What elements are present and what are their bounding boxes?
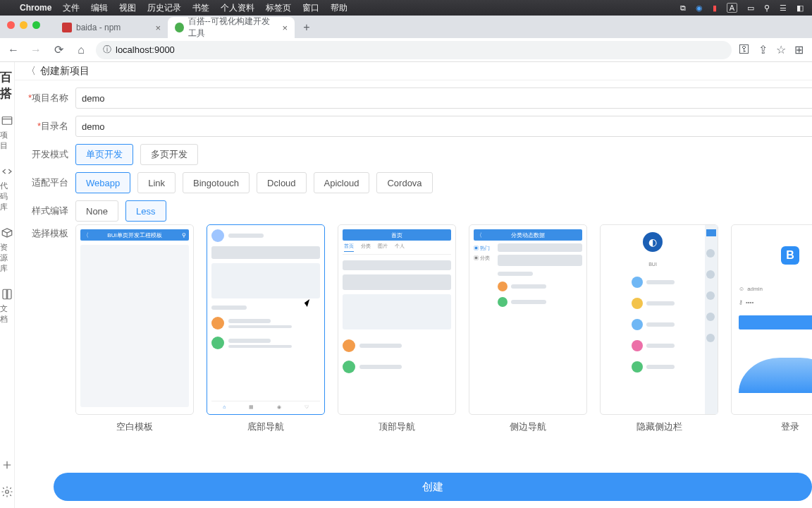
template-login[interactable]: B ☺admin ⚷•••• 登录 <box>731 224 812 433</box>
template-top-nav[interactable]: 首页 首页分类图片个人 顶部导航 <box>338 224 456 433</box>
platform-cordova[interactable]: Cordova <box>376 172 432 193</box>
menu-profile[interactable]: 个人资料 <box>221 2 254 14</box>
app-name[interactable]: Chrome <box>20 3 51 13</box>
close-window-icon[interactable] <box>7 21 15 29</box>
window-controls[interactable] <box>7 21 40 29</box>
code-icon <box>0 165 14 178</box>
mode-label: 开发模式 <box>26 148 68 161</box>
template-bottom-nav[interactable]: ⌂▦◉♡ 底部导航 <box>207 224 325 433</box>
sidebar-label: 项目 <box>0 130 14 151</box>
project-name-input[interactable] <box>75 87 812 109</box>
tab-title: baida - npm <box>76 23 121 32</box>
platform-webapp[interactable]: Webapp <box>75 172 130 193</box>
style-less[interactable]: Less <box>125 200 166 222</box>
status-icon[interactable]: ◉ <box>696 4 703 13</box>
menu-edit[interactable]: 编辑 <box>91 2 108 14</box>
address-bar[interactable]: ⓘ localhost:9000 <box>96 41 732 59</box>
star-icon[interactable]: ☆ <box>776 43 786 56</box>
url-text: localhost:9000 <box>116 44 175 55</box>
extensions-icon[interactable]: ⊞ <box>794 43 804 56</box>
platform-link[interactable]: Link <box>137 172 176 193</box>
platform-apicloud[interactable]: Apicloud <box>314 172 370 193</box>
sidebar-add-button[interactable] <box>0 452 14 478</box>
close-tab-icon[interactable]: × <box>155 23 161 33</box>
browser-toolbar: ← → ⟳ ⌂ ⓘ localhost:9000 ⚿ ⇪ ☆ ⊞ <box>0 38 812 62</box>
template-name: 底部导航 <box>247 421 284 433</box>
menu-history[interactable]: 历史记录 <box>147 2 181 14</box>
browser-tab-baida[interactable]: 百搭--可视化构建开发工具 × <box>168 17 295 38</box>
search-icon[interactable]: ⚲ <box>764 4 770 13</box>
sidebar-label: 资源库 <box>0 242 14 274</box>
sidebar-label: 代码库 <box>0 181 14 212</box>
menu-help[interactable]: 帮助 <box>331 2 347 14</box>
page-header: 〈 创建新项目 <box>15 62 812 80</box>
npm-favicon <box>62 23 72 32</box>
template-scroll[interactable]: 〈BUI单页开发工程模板⚲ 空白模板 ⌂▦◉♡ <box>75 224 812 433</box>
name-label: *项目名称 <box>26 92 68 104</box>
home-button[interactable]: ⌂ <box>73 42 89 58</box>
tab-title: 百搭--可视化构建开发工具 <box>188 16 278 40</box>
create-button[interactable]: 创建 <box>54 473 812 501</box>
sidebar-settings-button[interactable] <box>0 478 14 508</box>
input-icon[interactable]: A <box>727 3 737 13</box>
template-name: 顶部导航 <box>379 421 415 433</box>
tray-icon[interactable]: ◧ <box>796 4 804 13</box>
browser-tabbar: baida - npm × 百搭--可视化构建开发工具 × + <box>0 16 812 38</box>
app-sidebar: 百搭 项目 代码库 资源库 文档 <box>0 62 15 508</box>
share-icon[interactable]: ⇪ <box>758 43 768 56</box>
page-title: 创建新项目 <box>40 65 90 78</box>
key-icon[interactable]: ⚿ <box>739 43 750 56</box>
back-icon[interactable]: 〈 <box>26 65 36 78</box>
platform-dcloud[interactable]: Dcloud <box>257 172 306 193</box>
sidebar-item-assets[interactable]: 资源库 <box>0 219 14 281</box>
template-hidden-side[interactable]: ◐ BUI <box>600 224 718 433</box>
control-center-icon[interactable]: ☰ <box>780 4 787 13</box>
app-brand: 百搭 <box>0 66 14 107</box>
menu-file[interactable]: 文件 <box>63 2 80 14</box>
style-label: 样式编译 <box>26 205 68 217</box>
macos-menubar: Chrome 文件 编辑 视图 历史记录 书签 个人资料 标签页 窗口 帮助 ⧉… <box>0 0 812 16</box>
dir-name-input[interactable] <box>75 116 812 137</box>
style-none[interactable]: None <box>75 200 118 222</box>
sidebar-label: 文档 <box>0 303 14 325</box>
sidebar-item-code[interactable]: 代码库 <box>0 158 14 219</box>
mode-single[interactable]: 单页开发 <box>75 144 133 165</box>
menu-tabs[interactable]: 标签页 <box>266 2 291 14</box>
new-tab-button[interactable]: + <box>297 18 316 37</box>
template-name: 侧边导航 <box>510 421 546 433</box>
main-panel: 〈 创建新项目 *项目名称 *目录名 开发模式 单页开发 多页开发 适配平台 <box>15 62 812 508</box>
svg-point-1 <box>6 490 9 494</box>
browser-tab-npm[interactable]: baida - npm × <box>55 17 168 38</box>
minimize-window-icon[interactable] <box>20 21 27 29</box>
projects-icon <box>0 114 14 127</box>
template-blank[interactable]: 〈BUI单页开发工程模板⚲ 空白模板 <box>75 224 194 433</box>
template-name: 隐藏侧边栏 <box>636 421 682 433</box>
svg-rect-0 <box>2 117 12 125</box>
dir-label: *目录名 <box>26 120 68 133</box>
platform-bingotouch[interactable]: Bingotouch <box>183 172 250 193</box>
mode-multi[interactable]: 多页开发 <box>140 144 198 165</box>
menu-view[interactable]: 视图 <box>119 2 136 14</box>
forward-button[interactable]: → <box>28 42 44 58</box>
baida-favicon <box>175 23 184 32</box>
template-name: 登录 <box>781 421 799 433</box>
plus-icon <box>0 459 14 471</box>
close-tab-icon[interactable]: × <box>282 23 288 33</box>
template-name: 空白模板 <box>116 421 153 433</box>
battery-icon[interactable]: ▭ <box>747 4 754 13</box>
book-icon <box>0 288 14 301</box>
status-icon-2[interactable]: ▮ <box>713 4 717 13</box>
template-label: 选择模板 <box>26 224 68 240</box>
screenrec-icon[interactable]: ⧉ <box>680 4 686 13</box>
site-info-icon[interactable]: ⓘ <box>103 44 111 56</box>
box-icon <box>0 226 14 239</box>
template-side-nav[interactable]: 〈分类动态数据 ▣ 热门 ▣ 分类 <box>469 224 587 433</box>
sidebar-item-projects[interactable]: 项目 <box>0 107 14 158</box>
back-button[interactable]: ← <box>6 42 21 58</box>
zoom-window-icon[interactable] <box>32 21 40 29</box>
menu-window[interactable]: 窗口 <box>302 2 319 14</box>
reload-button[interactable]: ⟳ <box>51 42 66 58</box>
sidebar-item-docs[interactable]: 文档 <box>0 281 14 332</box>
menu-bookmarks[interactable]: 书签 <box>192 2 209 14</box>
gear-icon <box>0 485 14 498</box>
